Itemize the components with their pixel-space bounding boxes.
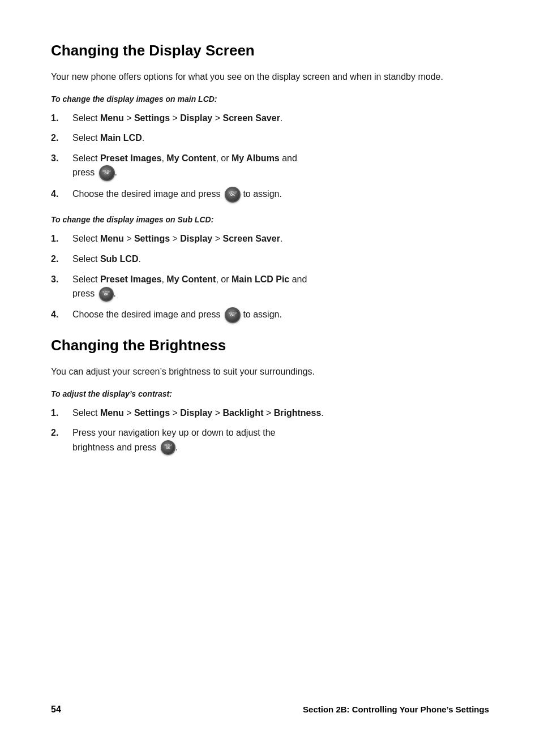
- section-brightness: Changing the Brightness You can adjust y…: [51, 334, 489, 456]
- steps-contrast: 1. Select Menu > Settings > Display > Ba…: [51, 406, 489, 456]
- step-number: 4.: [51, 187, 72, 201]
- intro-display: Your new phone offers options for what y…: [51, 70, 489, 84]
- step-item: 3. Select Preset Images, My Content, or …: [51, 151, 489, 182]
- ok-button-icon: [225, 307, 241, 323]
- step-content: Select Preset Images, My Content, or My …: [72, 151, 489, 182]
- step-number: 4.: [51, 307, 72, 322]
- ok-button-icon: [161, 440, 175, 455]
- sublabel-main-lcd: To change the display images on main LCD…: [51, 93, 489, 105]
- step-content: Select Preset Images, My Content, or Mai…: [72, 272, 489, 302]
- step-item: 1. Select Menu > Settings > Display > Sc…: [51, 111, 489, 126]
- step-number: 1.: [51, 111, 72, 126]
- step-number: 2.: [51, 131, 72, 145]
- subsection-sub-lcd: To change the display images on Sub LCD:…: [51, 214, 489, 323]
- step-content: Select Menu > Settings > Display > Scree…: [72, 111, 489, 126]
- step-item: 2. Press your navigation key up or down …: [51, 426, 489, 455]
- intro-brightness: You can adjust your screen’s brightness …: [51, 364, 489, 379]
- subsection-contrast: To adjust the display’s contrast: 1. Sel…: [51, 388, 489, 456]
- step-content: Choose the desired image and press to as…: [72, 187, 489, 203]
- step-content: Press your navigation key up or down to …: [72, 426, 489, 455]
- step-number: 2.: [51, 252, 72, 267]
- section-display-screen: Changing the Display Screen Your new pho…: [51, 40, 489, 323]
- step-number: 3.: [51, 151, 72, 166]
- step-number: 2.: [51, 426, 72, 440]
- step-content: Select Main LCD.: [72, 131, 489, 145]
- page-number: 54: [51, 703, 61, 716]
- step-content: Select Menu > Settings > Display > Scree…: [72, 231, 489, 246]
- ok-button-icon: [99, 165, 115, 181]
- step-item: 1. Select Menu > Settings > Display > Ba…: [51, 406, 489, 420]
- step-content: Select Sub LCD.: [72, 252, 489, 267]
- content: Changing the Display Screen Your new pho…: [51, 34, 489, 691]
- section-title-brightness: Changing the Brightness: [51, 334, 489, 356]
- ok-button-icon: [225, 187, 241, 203]
- step-item: 1. Select Menu > Settings > Display > Sc…: [51, 231, 489, 246]
- step-item: 4. Choose the desired image and press to…: [51, 187, 489, 203]
- sublabel-contrast: To adjust the display’s contrast:: [51, 388, 489, 400]
- step-item: 3. Select Preset Images, My Content, or …: [51, 272, 489, 302]
- section-title-display: Changing the Display Screen: [51, 40, 489, 62]
- step-content: Select Menu > Settings > Display > Backl…: [72, 406, 489, 420]
- step-item: 4. Choose the desired image and press to…: [51, 307, 489, 323]
- step-content: Choose the desired image and press to as…: [72, 307, 489, 323]
- step-number: 1.: [51, 406, 72, 420]
- sublabel-sub-lcd: To change the display images on Sub LCD:: [51, 214, 489, 226]
- step-item: 2. Select Sub LCD.: [51, 252, 489, 267]
- ok-button-icon: [99, 287, 114, 302]
- step-number: 3.: [51, 272, 72, 287]
- steps-sub-lcd: 1. Select Menu > Settings > Display > Sc…: [51, 231, 489, 323]
- page: Changing the Display Screen Your new pho…: [0, 0, 540, 756]
- step-number: 1.: [51, 231, 72, 246]
- step-item: 2. Select Main LCD.: [51, 131, 489, 145]
- steps-main-lcd: 1. Select Menu > Settings > Display > Sc…: [51, 111, 489, 203]
- footer-section-label: Section 2B: Controlling Your Phone’s Set…: [303, 703, 489, 716]
- page-footer: 54 Section 2B: Controlling Your Phone’s …: [51, 691, 489, 722]
- subsection-main-lcd: To change the display images on main LCD…: [51, 93, 489, 203]
